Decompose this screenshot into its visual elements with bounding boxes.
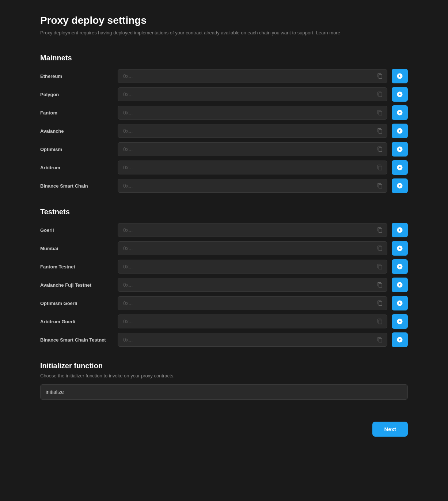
- paste-button-binance-smart-chain[interactable]: [376, 182, 384, 189]
- paste-button-arbitrum[interactable]: [376, 164, 384, 171]
- paste-button-fantom[interactable]: [376, 109, 384, 116]
- chain-row-fantom: Fantom: [40, 105, 408, 120]
- paste-button-binance-smart-chain-testnet[interactable]: [376, 336, 384, 343]
- paste-button-arbitrum-goerli[interactable]: [376, 318, 384, 325]
- chain-row-fantom-testnet: Fantom Testnet: [40, 259, 408, 274]
- chain-label-arbitrum: Arbitrum: [40, 165, 113, 170]
- chain-label-mumbai: Mumbai: [40, 246, 113, 251]
- chain-input-wrapper-ethereum: [118, 69, 387, 83]
- chain-input-ethereum[interactable]: [118, 69, 387, 83]
- chain-row-avalanche: Avalanche: [40, 124, 408, 138]
- footer: Next: [40, 422, 408, 437]
- initializer-section: Initializer function Choose the initiali…: [40, 362, 408, 400]
- chain-label-optimism-goerli: Optimism Goerli: [40, 301, 113, 306]
- chain-label-binance-smart-chain: Binance Smart Chain: [40, 183, 113, 189]
- testnets-title: Testnets: [40, 208, 408, 216]
- chain-label-binance-smart-chain-testnet: Binance Smart Chain Testnet: [40, 337, 113, 343]
- deploy-button-arbitrum[interactable]: [392, 160, 408, 175]
- chain-label-optimism: Optimism: [40, 147, 113, 152]
- deploy-button-polygon[interactable]: [392, 87, 408, 102]
- chain-input-fantom[interactable]: [118, 106, 387, 120]
- chain-label-fantom-testnet: Fantom Testnet: [40, 264, 113, 270]
- deploy-button-goerli[interactable]: [392, 223, 408, 237]
- chain-input-wrapper-arbitrum: [118, 161, 387, 174]
- chain-label-polygon: Polygon: [40, 92, 113, 97]
- paste-button-goerli[interactable]: [376, 226, 384, 234]
- chain-input-wrapper-goerli: [118, 223, 387, 237]
- next-button[interactable]: Next: [372, 422, 408, 437]
- deploy-button-fantom[interactable]: [392, 105, 408, 120]
- initializer-input[interactable]: [40, 384, 408, 400]
- deploy-button-avalanche-fuji-testnet[interactable]: [392, 278, 408, 292]
- chain-input-wrapper-polygon: [118, 87, 387, 101]
- page-subtitle: Proxy deployment requires having deploye…: [40, 30, 408, 35]
- chain-row-optimism: Optimism: [40, 142, 408, 157]
- chain-input-polygon[interactable]: [118, 87, 387, 101]
- chain-label-avalanche-fuji-testnet: Avalanche Fuji Testnet: [40, 282, 113, 288]
- paste-button-optimism-goerli[interactable]: [376, 300, 384, 307]
- chain-row-ethereum: Ethereum: [40, 69, 408, 83]
- chain-row-mumbai: Mumbai: [40, 241, 408, 256]
- chain-input-arbitrum-goerli[interactable]: [118, 314, 387, 328]
- paste-button-fantom-testnet[interactable]: [376, 263, 384, 270]
- chain-input-binance-smart-chain[interactable]: [118, 179, 387, 193]
- deploy-button-fantom-testnet[interactable]: [392, 259, 408, 274]
- deploy-button-optimism[interactable]: [392, 142, 408, 157]
- mainnets-title: Mainnets: [40, 54, 408, 62]
- chain-input-wrapper-binance-smart-chain-testnet: [118, 333, 387, 347]
- chain-input-wrapper-avalanche-fuji-testnet: [118, 278, 387, 292]
- paste-button-avalanche-fuji-testnet[interactable]: [376, 281, 384, 289]
- chain-label-ethereum: Ethereum: [40, 74, 113, 79]
- chain-input-wrapper-binance-smart-chain: [118, 179, 387, 193]
- chain-row-binance-smart-chain: Binance Smart Chain: [40, 178, 408, 193]
- chain-input-wrapper-fantom-testnet: [118, 260, 387, 274]
- chain-row-binance-smart-chain-testnet: Binance Smart Chain Testnet: [40, 332, 408, 347]
- initializer-title: Initializer function: [40, 362, 408, 370]
- deploy-button-binance-smart-chain-testnet[interactable]: [392, 332, 408, 347]
- chain-input-fantom-testnet[interactable]: [118, 260, 387, 274]
- paste-button-ethereum[interactable]: [376, 72, 384, 80]
- chain-input-binance-smart-chain-testnet[interactable]: [118, 333, 387, 347]
- chain-label-arbitrum-goerli: Arbitrum Goerli: [40, 319, 113, 324]
- chain-input-goerli[interactable]: [118, 223, 387, 237]
- chain-row-polygon: Polygon: [40, 87, 408, 102]
- chain-row-arbitrum-goerli: Arbitrum Goerli: [40, 314, 408, 329]
- paste-button-polygon[interactable]: [376, 91, 384, 98]
- chain-label-goerli: Goerli: [40, 227, 113, 233]
- chain-input-avalanche-fuji-testnet[interactable]: [118, 278, 387, 292]
- chain-input-wrapper-optimism-goerli: [118, 296, 387, 310]
- initializer-description: Choose the initializer function to invok…: [40, 373, 408, 378]
- testnets-section: Testnets Goerli Mumbai Fantom Testnet: [40, 208, 408, 347]
- learn-more-link[interactable]: Learn more: [316, 30, 340, 35]
- chain-label-avalanche: Avalanche: [40, 128, 113, 134]
- chain-row-goerli: Goerli: [40, 223, 408, 237]
- paste-button-optimism[interactable]: [376, 146, 384, 153]
- chain-input-mumbai[interactable]: [118, 241, 387, 255]
- paste-button-mumbai[interactable]: [376, 245, 384, 252]
- chain-row-avalanche-fuji-testnet: Avalanche Fuji Testnet: [40, 278, 408, 292]
- deploy-button-arbitrum-goerli[interactable]: [392, 314, 408, 329]
- mainnets-section: Mainnets Ethereum Polygon Fantom: [40, 54, 408, 193]
- chain-input-avalanche[interactable]: [118, 124, 387, 138]
- chain-row-optimism-goerli: Optimism Goerli: [40, 296, 408, 310]
- page-title: Proxy deploy settings: [40, 15, 408, 26]
- chain-input-optimism-goerli[interactable]: [118, 296, 387, 310]
- deploy-button-ethereum[interactable]: [392, 69, 408, 83]
- deploy-button-avalanche[interactable]: [392, 124, 408, 138]
- deploy-button-binance-smart-chain[interactable]: [392, 178, 408, 193]
- chain-input-wrapper-avalanche: [118, 124, 387, 138]
- chain-input-wrapper-optimism: [118, 142, 387, 156]
- chain-label-fantom: Fantom: [40, 110, 113, 116]
- chain-input-wrapper-fantom: [118, 106, 387, 120]
- deploy-button-optimism-goerli[interactable]: [392, 296, 408, 310]
- chain-input-wrapper-arbitrum-goerli: [118, 314, 387, 328]
- deploy-button-mumbai[interactable]: [392, 241, 408, 256]
- paste-button-avalanche[interactable]: [376, 127, 384, 135]
- chain-input-arbitrum[interactable]: [118, 161, 387, 174]
- chain-input-wrapper-mumbai: [118, 241, 387, 255]
- chain-row-arbitrum: Arbitrum: [40, 160, 408, 175]
- chain-input-optimism[interactable]: [118, 142, 387, 156]
